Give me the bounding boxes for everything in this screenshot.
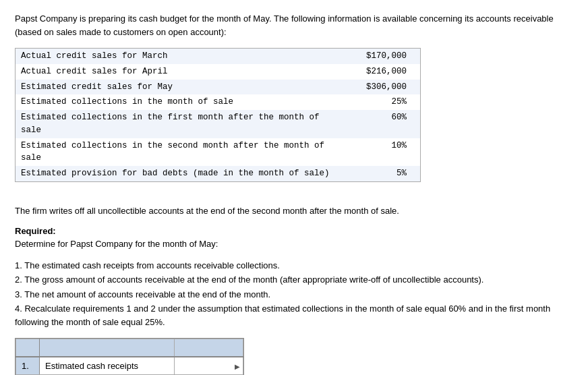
instruction-2: 2. The gross amount of accounts receivab… xyxy=(15,273,573,287)
data-row: Estimated collections in the month of sa… xyxy=(16,94,420,110)
data-row: Estimated collections in the second mont… xyxy=(16,138,420,167)
data-table: Actual credit sales for March $170,000 A… xyxy=(16,49,420,181)
data-row-value: 5% xyxy=(339,166,420,181)
answer-header-row xyxy=(16,339,243,357)
data-table-wrapper: Actual credit sales for March $170,000 A… xyxy=(15,48,421,182)
data-row: Estimated credit sales for May $306,000 xyxy=(16,80,420,95)
answer-row-num: 1. xyxy=(16,357,40,375)
answer-header-value xyxy=(175,339,243,357)
data-row-label: Estimated collections in the month of sa… xyxy=(16,94,339,110)
instruction-1: 1. The estimated cash receipts from acco… xyxy=(15,259,573,272)
data-row-label: Actual credit sales for April xyxy=(16,64,339,80)
required-section: Required: Determine for Papst Company fo… xyxy=(15,225,573,251)
data-row-label: Estimated collections in the first month… xyxy=(16,110,339,138)
data-row-value: $306,000 xyxy=(339,80,420,95)
answer-header-label xyxy=(40,339,175,357)
required-label: Required: xyxy=(15,226,56,236)
data-row-label: Estimated credit sales for May xyxy=(16,80,339,95)
data-row-label: Estimated collections in the second mont… xyxy=(16,138,339,167)
data-row-label: Actual credit sales for March xyxy=(16,49,339,64)
data-row: Actual credit sales for April $216,000 xyxy=(16,64,420,80)
data-row-value: $170,000 xyxy=(339,49,420,64)
data-row-value: 25% xyxy=(339,94,420,110)
data-row-value: $216,000 xyxy=(339,64,420,80)
intro-text: Papst Company is preparing its cash budg… xyxy=(15,12,573,38)
data-row: Actual credit sales for March $170,000 xyxy=(16,49,420,64)
input-arrow-icon: ▶ xyxy=(235,361,240,371)
answer-row-input[interactable]: ▶ xyxy=(175,357,243,375)
firm-writes-text: The firm writes off all uncollectible ac… xyxy=(15,204,573,218)
instruction-4: 4. Recalculate requirements 1 and 2 unde… xyxy=(15,302,573,328)
answer-row: 1. Estimated cash receipts ▶ xyxy=(16,357,243,375)
data-row-label: Estimated provision for bad debts (made … xyxy=(16,166,339,181)
instructions: 1. The estimated cash receipts from acco… xyxy=(15,259,573,329)
instruction-3: 3. The net amount of accounts receivable… xyxy=(15,288,573,301)
answer-table: 1. Estimated cash receipts ▶ 2. Gross ac… xyxy=(16,339,243,375)
data-row-value: 10% xyxy=(339,138,420,167)
data-row-value: 60% xyxy=(339,110,420,138)
data-row: Estimated provision for bad debts (made … xyxy=(16,166,420,181)
answer-header-num xyxy=(16,339,40,357)
required-description: Determine for Papst Company for the mont… xyxy=(15,237,573,251)
answer-row-label: Estimated cash receipts xyxy=(40,357,175,375)
data-row: Estimated collections in the first month… xyxy=(16,110,420,138)
answer-table-wrapper: 1. Estimated cash receipts ▶ 2. Gross ac… xyxy=(15,338,244,375)
